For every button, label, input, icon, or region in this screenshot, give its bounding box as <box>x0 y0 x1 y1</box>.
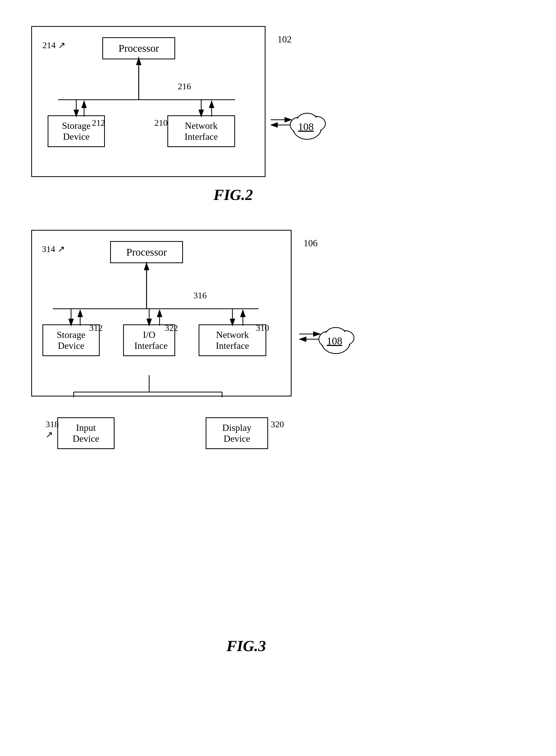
fig3-processor-text: Processor <box>126 246 167 258</box>
fig2-caption: FIG.2 <box>213 186 535 204</box>
fig2-label-216: 216 <box>178 81 191 91</box>
fig2-label-102: 102 <box>277 34 291 45</box>
fig3-container: Processor StorageDevice I/OInterface Net… <box>31 230 535 655</box>
fig3-label-106: 106 <box>304 238 318 249</box>
fig2-network-text: NetworkInterface <box>184 121 218 142</box>
fig3-network-text: NetworkInterface <box>216 330 249 351</box>
fig2-label-212: 212 <box>92 118 105 128</box>
fig3-cloud-area: 108 <box>299 318 377 377</box>
fig3-input-box: InputDevice <box>57 417 114 449</box>
svg-text:108: 108 <box>327 335 342 347</box>
fig2-cloud-svg: 108 <box>271 104 349 162</box>
fig3-label-322: 322 <box>165 323 178 333</box>
fig3-label-318: 318 ↗ <box>45 419 59 440</box>
svg-text:108: 108 <box>298 121 314 133</box>
page: Processor StorageDevice NetworkInterface <box>0 0 556 756</box>
fig2-label-214: 214 ↗ <box>42 40 65 50</box>
fig3-processor-box: Processor <box>110 241 183 263</box>
fig3-display-box: DisplayDevice <box>206 417 268 449</box>
fig3-label-310: 310 <box>256 323 269 333</box>
fig3-main-box: Processor StorageDevice I/OInterface Net… <box>31 230 291 397</box>
fig3-display-text: DisplayDevice <box>222 422 251 444</box>
fig2-cloud-area: 108 <box>271 104 349 163</box>
fig2-container: Processor StorageDevice NetworkInterface <box>31 26 535 204</box>
fig3-io-text: I/OInterface <box>134 330 168 351</box>
fig3-cloud-svg: 108 <box>299 318 377 376</box>
fig3-label-316: 316 <box>194 290 207 301</box>
fig2-processor-label: Processor <box>118 42 159 54</box>
fig2-label-210: 210 <box>154 118 168 128</box>
fig3-label-320: 320 <box>271 419 284 429</box>
fig2-processor-box: Processor <box>102 37 175 59</box>
fig2-main-box: Processor StorageDevice NetworkInterface <box>31 26 266 177</box>
fig2-network-box: NetworkInterface <box>167 115 235 147</box>
fig3-storage-text: StorageDevice <box>57 330 85 351</box>
fig2-storage-text: StorageDevice <box>62 121 91 142</box>
fig3-label-314: 314 ↗ <box>42 244 65 254</box>
fig3-caption: FIG.3 <box>227 637 535 655</box>
fig3-input-text: InputDevice <box>73 422 99 444</box>
fig3-label-312: 312 <box>89 323 103 333</box>
